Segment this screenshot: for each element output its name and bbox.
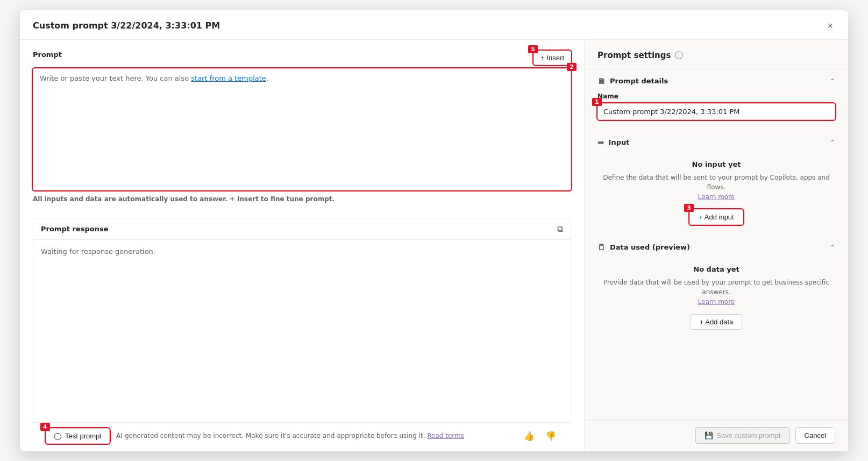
dialog-header: Custom prompt 3/22/2024, 3:33:01 PM × <box>20 10 848 40</box>
name-input[interactable] <box>597 103 835 120</box>
add-input-button[interactable]: + Add input <box>689 209 743 225</box>
prompt-details-body: Name 1 <box>585 93 848 131</box>
no-input-title: No input yet <box>597 160 835 168</box>
input-title-row: ➡ Input <box>597 138 629 147</box>
insert-hint: + Insert <box>230 195 259 203</box>
response-section: Prompt response ⧉ Waiting for response g… <box>33 218 571 422</box>
dialog-body: Prompt 5 + Insert 2 Write or paste your … <box>20 40 848 451</box>
right-panel: Prompt settings ⓘ 🗎 Prompt details ⌃ Nam… <box>585 40 848 451</box>
insert-wrapper: 5 + Insert <box>533 51 571 65</box>
test-prompt-label: Test prompt <box>65 432 102 440</box>
no-data-desc: Provide data that will be used by your p… <box>597 278 835 307</box>
left-panel: Prompt 5 + Insert 2 Write or paste your … <box>20 40 585 451</box>
add-data-button[interactable]: + Add data <box>691 314 743 330</box>
test-prompt-button[interactable]: ◯ Test prompt <box>46 428 110 444</box>
prompt-info: All inputs and data are automatically us… <box>33 190 571 209</box>
prompt-header-row: Prompt 5 + Insert <box>33 51 571 65</box>
annotation-2: 2 <box>567 63 577 71</box>
no-input-desc: Define the data that will be sent to you… <box>597 173 835 202</box>
prompt-details-label: Prompt details <box>610 77 668 85</box>
save-custom-prompt-button: 💾 Save custom prompt <box>695 427 789 444</box>
no-input-desc-text: Define the data that will be sent to you… <box>603 174 830 191</box>
document-icon: 🗎 <box>597 76 606 86</box>
no-data-desc-text: Provide data that will be used by your p… <box>603 279 829 296</box>
thumbs-down-button[interactable]: 👎 <box>543 429 558 443</box>
dialog-title: Custom prompt 3/22/2024, 3:33:01 PM <box>33 20 220 31</box>
input-icon: ➡ <box>597 138 604 147</box>
prompt-details-title-row: 🗎 Prompt details <box>597 76 668 86</box>
prompt-textarea-container: 2 Write or paste your text here. You can… <box>33 68 571 190</box>
right-footer: 💾 Save custom prompt Cancel <box>585 419 848 451</box>
input-accordion: ➡ Input ⌃ No input yet Define the data t… <box>585 131 848 236</box>
right-spacer <box>585 341 848 419</box>
learn-more-input-link[interactable]: Learn more <box>698 193 735 201</box>
response-label: Prompt response <box>41 225 108 233</box>
data-used-title-row: 🗒 Data used (preview) <box>597 243 690 252</box>
response-text: Waiting for response generation. <box>41 247 155 256</box>
name-field-label: Name <box>597 93 835 100</box>
chevron-up-icon-2: ⌃ <box>830 139 835 146</box>
no-data-title: No data yet <box>597 265 835 273</box>
prompt-info-text: All inputs and data are automatically us… <box>33 195 227 203</box>
chevron-up-icon-3: ⌃ <box>830 244 835 251</box>
response-header: Prompt response ⧉ <box>33 218 571 240</box>
data-used-header[interactable]: 🗒 Data used (preview) ⌃ <box>585 236 848 259</box>
read-terms-link[interactable]: Read terms <box>427 432 464 439</box>
prompt-label: Prompt <box>33 51 62 59</box>
close-button[interactable]: × <box>825 19 835 33</box>
expand-icon[interactable]: ⧉ <box>557 224 563 234</box>
input-section-body: No input yet Define the data that will b… <box>585 154 848 236</box>
annotation-5: 5 <box>528 45 538 53</box>
prompt-placeholder-text: Write or paste your text here. You can a… <box>33 69 571 88</box>
right-header: Prompt settings ⓘ <box>585 40 848 69</box>
bottom-bar: 4 ◯ Test prompt AI-generated content may… <box>33 422 571 451</box>
info-icon[interactable]: ⓘ <box>675 51 683 61</box>
test-prompt-icon: ◯ <box>54 432 62 440</box>
dialog: Custom prompt 3/22/2024, 3:33:01 PM × Pr… <box>20 10 848 451</box>
template-link[interactable]: start from a template <box>191 74 266 82</box>
prompt-details-accordion: 🗎 Prompt details ⌃ Name 1 <box>585 69 848 131</box>
ai-notice: AI-generated content may be incorrect. M… <box>116 432 515 439</box>
settings-title: Prompt settings <box>597 51 671 60</box>
database-icon: 🗒 <box>597 243 606 252</box>
prompt-details-header[interactable]: 🗎 Prompt details ⌃ <box>585 70 848 93</box>
cancel-button[interactable]: Cancel <box>795 427 835 444</box>
thumbs-up-button[interactable]: 👍 <box>522 429 537 443</box>
save-icon: 💾 <box>705 431 713 439</box>
learn-more-data-link[interactable]: Learn more <box>698 298 735 306</box>
add-input-wrapper: 3 + Add input <box>689 209 743 225</box>
insert-button[interactable]: + Insert <box>533 51 571 65</box>
insert-hint2: to fine tune prompt. <box>261 195 335 203</box>
save-label: Save custom prompt <box>716 431 780 439</box>
data-used-label: Data used (preview) <box>610 243 690 251</box>
name-input-wrapper: 1 <box>597 103 835 120</box>
test-btn-wrapper: 4 ◯ Test prompt <box>46 428 110 444</box>
chevron-up-icon: ⌃ <box>830 77 835 85</box>
prompt-textarea-wrapper: Write or paste your text here. You can a… <box>33 68 571 190</box>
data-used-accordion: 🗒 Data used (preview) ⌃ No data yet Prov… <box>585 236 848 341</box>
response-body: Waiting for response generation. <box>33 240 571 422</box>
prompt-input[interactable] <box>33 88 571 190</box>
input-label: Input <box>609 138 630 146</box>
ai-notice-text: AI-generated content may be incorrect. M… <box>116 432 425 439</box>
input-header[interactable]: ➡ Input ⌃ <box>585 131 848 154</box>
annotation-3: 3 <box>684 204 694 212</box>
annotation-4: 4 <box>40 423 50 431</box>
annotation-1: 1 <box>592 98 602 106</box>
data-used-body: No data yet Provide data that will be us… <box>585 259 848 341</box>
